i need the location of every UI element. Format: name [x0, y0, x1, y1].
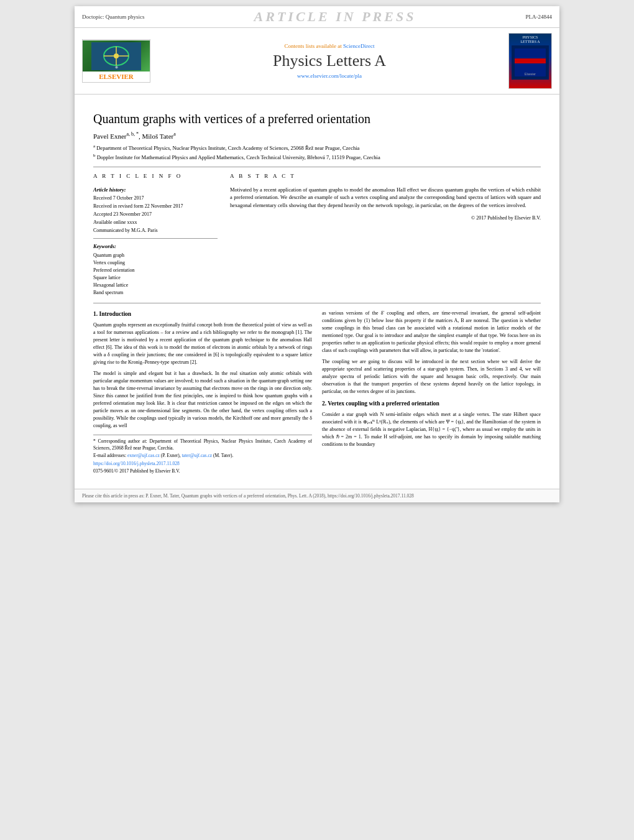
cover-text: PHYSICSLETTERS A: [520, 35, 540, 44]
elsevier-brand: ELSEVIER: [83, 72, 150, 81]
journal-cover-thumbnail: PHYSICSLETTERS A Elsevier: [508, 33, 552, 89]
author1-name: Pavel Exner: [93, 132, 126, 140]
section1-p1: Quantum graphs represent an exceptionall…: [93, 321, 312, 366]
keyword-5: Hexagonal lattice: [93, 282, 218, 289]
svg-point-4: [114, 53, 119, 58]
affiliation-a: a Department of Theoretical Physics, Nuc…: [93, 144, 541, 152]
divider-2: [93, 303, 541, 303]
section1-num: 1.: [93, 311, 98, 317]
keyword-6: Band spectrum: [93, 289, 218, 297]
communicated: Communicated by M.G.A. Paris: [93, 227, 218, 234]
abstract-text: Motivated by a recent application of qua…: [230, 186, 541, 210]
accepted: Accepted 23 November 2017: [93, 211, 218, 218]
footnote-email: E-mail addresses: exner@ujf.cas.cz (P. E…: [93, 453, 312, 459]
affiliations: a Department of Theoretical Physics, Nuc…: [93, 144, 541, 162]
col2-p2: The coupling we are going to discuss wil…: [322, 358, 541, 395]
elsevier-logo: ⊕ ELSEVIER: [82, 39, 150, 83]
svg-text:⊕: ⊕: [115, 65, 118, 69]
science-direct-text: Contents lists available at ScienceDirec…: [163, 43, 496, 49]
email-link-2[interactable]: tater@ujf.cas.cz: [182, 453, 213, 458]
col2-p1: as various versions of the δ' coupling a…: [322, 310, 541, 354]
cite-instruction: Please cite this article in press as: P.…: [82, 493, 552, 499]
info-abstract-section: A R T I C L E I N F O Article history: R…: [93, 172, 541, 298]
section2-p1: Consider a star graph with N semi-infini…: [322, 411, 541, 448]
article-info-heading: A R T I C L E I N F O: [93, 172, 218, 181]
keywords-list: Quantum graph Vertex coupling Preferred …: [93, 252, 218, 297]
footnote-star: * Corresponding author at: Department of…: [93, 438, 312, 451]
available: Available online xxxx: [93, 219, 218, 226]
pla-number: PLA-24844: [526, 14, 553, 20]
doctopic-label: Doctopic: Quantum physics: [82, 14, 145, 20]
section1-heading: 1. Introduction: [93, 310, 312, 318]
history-title: Article history:: [93, 186, 218, 194]
article-title: Quantum graphs with vertices of a prefer…: [93, 112, 541, 126]
section2-title: Vertex coupling with a preferred orienta…: [328, 400, 439, 407]
elsevier-logo-img: ⊕: [83, 40, 150, 72]
journal-url: www.elsevier.com/locate/pla: [163, 73, 496, 79]
divider-info: [93, 238, 218, 239]
journal-page: Doctopic: Quantum physics ARTICLE IN PRE…: [75, 6, 559, 502]
article-info-box: A R T I C L E I N F O Article history: R…: [93, 172, 218, 298]
keyword-4: Square lattice: [93, 274, 218, 282]
abstract-heading: A B S T R A C T: [230, 172, 541, 181]
divider-1: [93, 167, 541, 167]
author2-sup: a: [173, 131, 176, 137]
keyword-2: Vertex coupling: [93, 259, 218, 267]
section1-p2: The model is simple and elegant but it h…: [93, 370, 312, 430]
received2: Received in revised form 22 November 201…: [93, 203, 218, 210]
issn-text: 0375-9601/© 2017 Published by Elsevier B…: [93, 468, 312, 475]
author1-sup: a, b, *: [126, 131, 139, 137]
affiliation-b: b Doppler Institute for Mathematical Phy…: [93, 153, 541, 162]
section1-title: Introduction: [99, 311, 132, 317]
article-in-press-banner: ARTICLE IN PRESS: [254, 9, 416, 25]
doi-link: https://doi.org/10.1016/j.physleta.2017.…: [93, 461, 312, 468]
science-direct-link[interactable]: ScienceDirect: [343, 43, 374, 49]
keyword-3: Preferred orientation: [93, 267, 218, 274]
section2-num: 2.: [322, 400, 326, 407]
article-content: Quantum graphs with vertices of a prefer…: [75, 95, 559, 482]
body-columns: 1. Introduction Quantum graphs represent…: [93, 310, 541, 476]
col-left: 1. Introduction Quantum graphs represent…: [93, 310, 312, 476]
journal-banner: ⊕ ELSEVIER Contents lists available at S…: [75, 28, 559, 95]
copyright-text: © 2017 Published by Elsevier B.V.: [230, 215, 541, 222]
footnote-section: * Corresponding author at: Department of…: [93, 435, 312, 475]
journal-center: Contents lists available at ScienceDirec…: [150, 43, 508, 79]
abstract-box: A B S T R A C T Motivated by a recent ap…: [230, 172, 541, 298]
page-footer: Please cite this article in press as: P.…: [75, 489, 559, 502]
keywords-title: Keywords:: [93, 242, 218, 251]
header-top-bar: Doctopic: Quantum physics ARTICLE IN PRE…: [75, 6, 559, 28]
col-right: as various versions of the δ' coupling a…: [322, 310, 541, 476]
svg-text:Elsevier: Elsevier: [525, 72, 536, 76]
author2-name: Miloš Tater: [142, 132, 174, 140]
section2-heading: 2. Vertex coupling with a preferred orie…: [322, 399, 541, 408]
received1: Received 7 October 2017: [93, 195, 218, 202]
keyword-1: Quantum graph: [93, 252, 218, 259]
email-link-1[interactable]: exner@ujf.cas.cz: [127, 453, 160, 458]
journal-title: Physics Letters A: [163, 52, 496, 70]
authors-line: Pavel Exnera, b, *, Miloš Tatera: [93, 131, 541, 140]
